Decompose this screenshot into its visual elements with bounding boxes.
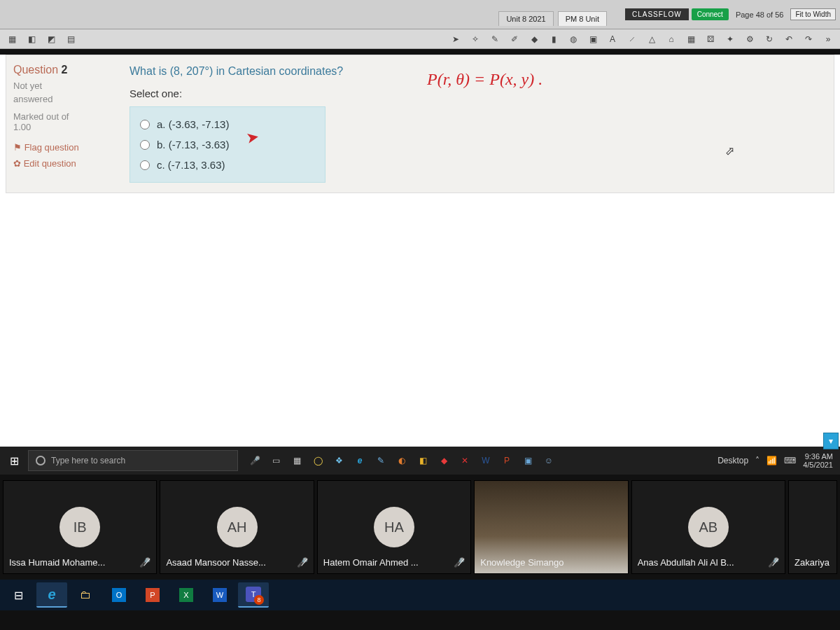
- highlighter-tool-icon[interactable]: ✐: [507, 31, 522, 47]
- doc-tab-1[interactable]: Unit 8 2021: [498, 11, 553, 26]
- undo-tool-icon[interactable]: ↶: [781, 31, 797, 47]
- participant-tile[interactable]: Zakariya: [788, 480, 837, 574]
- shape-tool-icon[interactable]: ◆: [526, 31, 542, 47]
- zoom-fit-dropdown[interactable]: Fit to Width: [790, 8, 836, 20]
- camera-tool-icon[interactable]: ▣: [585, 31, 601, 47]
- participant-tile[interactable]: IB Issa Humaid Mohame... 🎤̸: [3, 480, 157, 574]
- avatar: AB: [688, 507, 729, 547]
- app-icon[interactable]: ▦: [290, 454, 304, 468]
- start-button[interactable]: ⊞: [0, 447, 28, 475]
- avatar: IB: [59, 507, 100, 547]
- network-icon[interactable]: 📶: [766, 456, 777, 465]
- answer-choices: a. (-3.63, -7.13) b. (-7.13, -3.63) c. (…: [130, 106, 326, 183]
- powerpoint-icon: P: [146, 588, 160, 602]
- chevron-up-icon[interactable]: ˄: [755, 456, 760, 465]
- participant-name: Hatem Omair Ahmed ...: [323, 557, 419, 568]
- refresh-tool-icon[interactable]: ↻: [762, 31, 777, 47]
- question-marks-value: 1.00: [13, 122, 111, 132]
- answer-option-a[interactable]: a. (-3.63, -7.13): [140, 114, 315, 134]
- mute-icon: 🎤̸: [768, 557, 779, 568]
- chevron-right-icon[interactable]: »: [820, 31, 836, 47]
- more-tool-icon[interactable]: ⚙: [742, 31, 757, 47]
- app-icon[interactable]: ☺: [542, 454, 556, 468]
- question-status: answered: [13, 94, 111, 104]
- text-tool-icon[interactable]: A: [605, 31, 620, 47]
- participant-tile[interactable]: AH Asaad Mansoor Nasse... 🎤̸: [160, 480, 314, 574]
- mouse-cursor-icon: ⬀: [725, 144, 734, 158]
- pen-tool-icon[interactable]: ✎: [487, 31, 503, 47]
- radio-a[interactable]: [140, 120, 150, 130]
- app-icon[interactable]: ◆: [437, 454, 451, 468]
- taskview-button[interactable]: ⊟: [3, 582, 34, 608]
- answer-option-b[interactable]: b. (-7.13, -3.63): [140, 134, 315, 155]
- outlook-button[interactable]: O: [104, 582, 134, 608]
- word-icon[interactable]: W: [479, 454, 493, 468]
- tool-generic-icon[interactable]: ▦: [4, 31, 20, 47]
- more-tool-icon[interactable]: ✦: [722, 31, 738, 47]
- app-icon[interactable]: ◧: [416, 454, 430, 468]
- tool-generic-icon[interactable]: ▤: [63, 31, 78, 47]
- arrow-tool-icon[interactable]: ➤: [448, 31, 463, 47]
- search-box[interactable]: Type here to search: [28, 450, 238, 471]
- taskview-icon[interactable]: ▭: [269, 454, 283, 468]
- avatar: AH: [217, 507, 258, 547]
- answer-text: c. (-7.13, 3.63): [157, 159, 225, 171]
- wand-tool-icon[interactable]: ✧: [468, 31, 483, 47]
- desktop-label[interactable]: Desktop: [718, 456, 748, 465]
- ruler-tool-icon[interactable]: ⟋: [624, 31, 640, 47]
- dice-tool-icon[interactable]: ⚄: [703, 31, 718, 47]
- connect-button[interactable]: Connect: [692, 8, 729, 20]
- teams-icon: T8: [246, 587, 261, 602]
- close-icon[interactable]: ✕: [458, 454, 472, 468]
- more-tool-icon[interactable]: ▦: [683, 31, 699, 47]
- word-button[interactable]: W: [204, 582, 235, 608]
- radio-c[interactable]: [140, 160, 150, 170]
- edge-icon[interactable]: e: [353, 454, 367, 468]
- mute-icon: 🎤̸: [297, 557, 308, 568]
- tool-generic-icon[interactable]: ◧: [24, 31, 39, 47]
- app-icon[interactable]: ❖: [332, 454, 346, 468]
- powerpoint-icon[interactable]: P: [500, 454, 514, 468]
- app-icon[interactable]: ▣: [521, 454, 535, 468]
- doc-tab-2[interactable]: PM 8 Unit: [558, 11, 607, 26]
- question-number: Question 2: [13, 64, 111, 76]
- chrome-icon[interactable]: ◯: [311, 454, 325, 468]
- keyboard-icon[interactable]: ⌨: [784, 456, 796, 465]
- excel-button[interactable]: X: [171, 582, 202, 608]
- app-icon[interactable]: ✎: [374, 454, 388, 468]
- taskbar-tray: Desktop ˄ 📶 ⌨ 9:36 AM 4/5/2021: [718, 452, 840, 469]
- fill-tool-icon[interactable]: ▮: [546, 31, 561, 47]
- question-card: Question 2 Not yet answered Marked out o…: [6, 55, 834, 193]
- more-tool-icon[interactable]: △: [644, 31, 659, 47]
- teams-button[interactable]: T8: [238, 582, 269, 608]
- participant-tile-video[interactable]: Knowledge Simango: [474, 480, 628, 574]
- browser-dock-icon[interactable]: ▾: [823, 433, 839, 449]
- handwritten-annotation: P(r, θ) = P(x, y) .: [427, 70, 542, 89]
- participant-tile[interactable]: AB Anas Abdullah Ali Al B... 🎤̸: [631, 480, 785, 574]
- teams-participant-strip: IB Issa Humaid Mohame... 🎤̸ AH Asaad Man…: [0, 475, 840, 580]
- mute-icon: 🎤̸: [454, 557, 465, 568]
- mic-icon[interactable]: 🎤: [248, 454, 262, 468]
- search-placeholder: Type here to search: [51, 456, 125, 465]
- powerpoint-button[interactable]: P: [137, 582, 168, 608]
- answer-option-c[interactable]: c. (-7.13, 3.63): [140, 155, 315, 175]
- participant-name: Knowledge Simango: [480, 557, 564, 568]
- eraser-tool-icon[interactable]: ◍: [566, 31, 581, 47]
- clock[interactable]: 9:36 AM 4/5/2021: [803, 452, 833, 469]
- edge-button[interactable]: e: [36, 582, 67, 608]
- edit-question-link[interactable]: Edit question: [13, 158, 111, 169]
- select-one-label: Select one:: [130, 88, 822, 99]
- file-explorer-button[interactable]: 🗀: [70, 582, 101, 608]
- os-taskbar: ⊟ e 🗀 O P X W T8: [0, 580, 840, 610]
- firefox-icon[interactable]: ◐: [395, 454, 409, 468]
- redo-tool-icon[interactable]: ↷: [801, 31, 816, 47]
- flag-question-link[interactable]: Flag question: [13, 142, 111, 153]
- app-titlebar: Unit 8 2021 PM 8 Unit CLASSFLOW Connect …: [0, 0, 840, 29]
- tool-generic-icon[interactable]: ◩: [43, 31, 59, 47]
- participant-tile[interactable]: HA Hatem Omair Ahmed ... 🎤̸: [317, 480, 471, 574]
- radio-b[interactable]: [140, 140, 150, 150]
- flipchart-canvas[interactable]: Question 2 Not yet answered Marked out o…: [0, 55, 840, 447]
- question-marks-label: Marked out of: [13, 111, 111, 122]
- participant-name: Asaad Mansoor Nasse...: [166, 557, 265, 568]
- more-tool-icon[interactable]: ⌂: [664, 31, 679, 47]
